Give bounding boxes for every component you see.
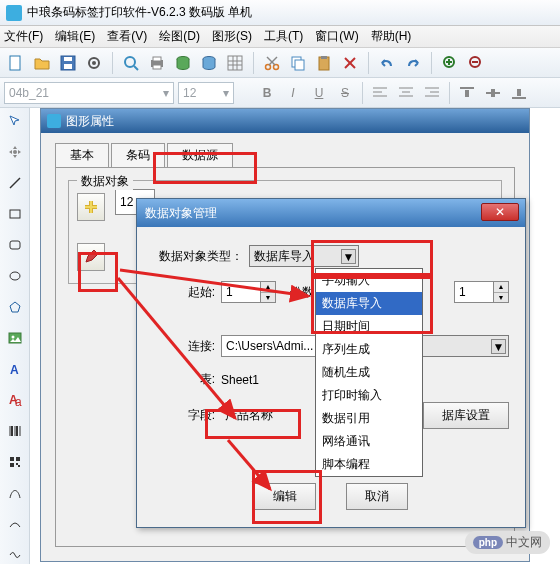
preview-icon[interactable] [121,53,141,73]
dbset-button[interactable]: 据库设置 [423,402,509,429]
cancel-button[interactable]: 取消 [346,483,408,510]
svg-rect-63 [10,457,14,461]
dropdown-item[interactable]: 随机生成 [316,361,422,384]
dialog-title: 数据对象管理 [145,205,217,222]
svg-point-52 [10,272,20,280]
valign-top-icon[interactable] [456,82,478,104]
copy-icon[interactable] [288,53,308,73]
rect-icon[interactable] [5,205,25,224]
tab-barcode[interactable]: 条码 [111,143,165,167]
open-icon[interactable] [32,53,52,73]
dropdown-item[interactable]: 手动输入 [316,269,422,292]
menu-draw[interactable]: 绘图(D) [159,28,200,45]
print-icon[interactable] [147,53,167,73]
menu-view[interactable]: 查看(V) [107,28,147,45]
type-select[interactable]: 数据库导入 ▼ [249,245,359,267]
polygon-icon[interactable] [5,298,25,317]
dropdown-item[interactable]: 序列生成 [316,338,422,361]
svg-rect-65 [10,463,14,467]
count-spinner[interactable]: 1 ▲▼ [454,281,509,303]
valign-bottom-icon[interactable] [508,82,530,104]
start-spinner[interactable]: 1 ▲▼ [221,281,276,303]
close-button[interactable]: ✕ [481,203,519,221]
text-icon[interactable]: A [5,360,25,379]
font-combo[interactable]: 04b_21▾ [4,82,174,104]
window-icon [47,114,61,128]
save-icon[interactable] [58,53,78,73]
scroll-icon[interactable] [5,143,25,162]
line-icon[interactable] [5,174,25,193]
svg-rect-51 [10,241,20,249]
svg-text:a: a [15,395,22,407]
dropdown-arrow-icon[interactable]: ▼ [341,249,356,264]
valign-middle-icon[interactable] [482,82,504,104]
database2-icon[interactable] [199,53,219,73]
ellipse-icon[interactable] [5,267,25,286]
app-title: 中琅条码标签打印软件-V6.2.3 数码版 单机 [27,4,252,21]
svg-point-54 [11,336,14,339]
settings-icon[interactable] [84,53,104,73]
connect-select[interactable]: ▼ [415,335,509,357]
properties-titlebar[interactable]: 图形属性 [41,109,529,133]
menu-tool[interactable]: 工具(T) [264,28,303,45]
database-icon[interactable] [173,53,193,73]
app-icon [6,5,22,21]
dropdown-item[interactable]: 打印时输入 [316,384,422,407]
dropdown-item[interactable]: 日期时间 [316,315,422,338]
dropdown-item[interactable]: 数据引用 [316,407,422,430]
arc-icon[interactable] [5,514,25,533]
underline-icon[interactable]: U [308,82,330,104]
roundrect-icon[interactable] [5,236,25,255]
delete-icon[interactable] [340,53,360,73]
bold-icon[interactable]: B [256,82,278,104]
svg-line-49 [10,178,20,188]
dropdown-item[interactable]: 网络通讯 [316,430,422,453]
redo-icon[interactable] [403,53,423,73]
menu-window[interactable]: 窗口(W) [315,28,358,45]
type-dropdown-list[interactable]: 手动输入 数据库导入 日期时间 序列生成 随机生成 打印时输入 数据引用 网络通… [315,268,423,477]
menu-file[interactable]: 文件(F) [4,28,43,45]
qrcode-icon[interactable] [5,452,25,471]
svg-rect-64 [16,457,20,461]
paste-icon[interactable] [314,53,334,73]
curve-icon[interactable] [5,545,25,564]
add-button[interactable] [77,193,105,221]
table-label: 表: [153,371,215,388]
italic-icon[interactable]: I [282,82,304,104]
svg-rect-10 [153,65,161,69]
size-combo[interactable]: 12▾ [178,82,234,104]
cut-icon[interactable] [262,53,282,73]
new-icon[interactable] [6,53,26,73]
undo-icon[interactable] [377,53,397,73]
tab-datasrc[interactable]: 数据源 [167,143,233,167]
dropdown-item[interactable]: 数据库导入 [316,292,422,315]
menu-shape[interactable]: 图形(S) [212,28,252,45]
edit-pencil-button[interactable] [77,243,105,271]
image-icon[interactable] [5,329,25,348]
svg-point-5 [92,61,96,65]
richtext-icon[interactable]: Aa [5,390,25,409]
svg-point-48 [13,150,17,154]
menu-edit[interactable]: 编辑(E) [55,28,95,45]
align-right-icon[interactable] [421,82,443,104]
bezier-icon[interactable] [5,483,25,502]
pointer-icon[interactable] [5,112,25,131]
dialog-titlebar[interactable]: 数据对象管理 ✕ [137,199,525,227]
svg-rect-13 [228,56,242,70]
grid-icon[interactable] [225,53,245,73]
strike-icon[interactable]: S [334,82,356,104]
zoomout-icon[interactable] [466,53,486,73]
watermark: php中文网 [465,531,550,554]
dropdown-item[interactable]: 脚本编程 [316,453,422,476]
zoomin-icon[interactable] [440,53,460,73]
svg-rect-50 [10,210,20,218]
menu-help[interactable]: 帮助(H) [371,28,412,45]
align-left-icon[interactable] [369,82,391,104]
align-center-icon[interactable] [395,82,417,104]
tab-basic[interactable]: 基本 [55,143,109,167]
type-label: 数据对象类型： [153,248,243,265]
barcode-icon[interactable] [5,421,25,440]
format-toolbar: 04b_21▾ 12▾ B I U S [0,78,560,108]
svg-rect-25 [321,56,327,59]
edit-button[interactable]: 编辑 [254,483,316,510]
